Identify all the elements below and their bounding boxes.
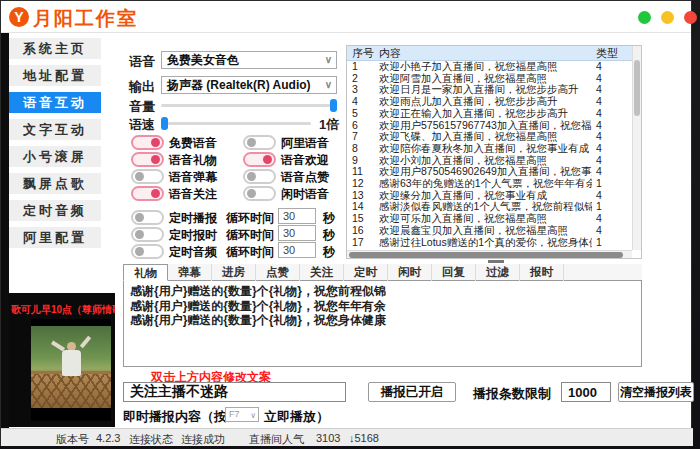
tab-filter[interactable]: 过滤 xyxy=(476,264,520,281)
app-window: Y 月阳工作室 系统主页 地址配置 语音互动 文字互动 小号滚屏 飘屏点歌 定时… xyxy=(0,0,692,446)
toggle-voice-like-label: 语音点赞 xyxy=(281,169,329,186)
follow-text-input[interactable] xyxy=(123,382,346,402)
seconds-unit: 秒 xyxy=(323,227,335,244)
template-editor[interactable]: 感谢{用户}赠送的{数量}个{礼物}，祝您前程似锦 感谢{用户}赠送的{数量}个… xyxy=(123,281,642,367)
table-row[interactable]: 14感谢淡似春风赠送的1个人气票，祝您前程似锦1 xyxy=(347,201,632,213)
limit-input[interactable] xyxy=(561,382,611,402)
volume-slider[interactable] xyxy=(161,104,337,107)
sidebar-item-float-song[interactable]: 飘屏点歌 xyxy=(9,173,101,194)
table-row[interactable]: 12感谢63年的兔赠送的1个人气票，祝您年年有余1 xyxy=(347,178,632,190)
title-bar: Y 月阳工作室 xyxy=(1,1,691,33)
volume-slider-thumb[interactable] xyxy=(330,99,337,112)
cycle-time-input-3[interactable] xyxy=(278,242,316,258)
output-select[interactable]: 扬声器 (Realtek(R) Audio) ∨ xyxy=(161,76,337,94)
broadcast-start-button[interactable]: 播报已开启 xyxy=(368,382,456,402)
sidebar-item-alt-account-scroll[interactable]: 小号滚屏 xyxy=(9,146,101,167)
chevron-down-icon: ∨ xyxy=(325,77,332,93)
video-scene xyxy=(31,326,111,408)
tab-follow[interactable]: 关注 xyxy=(300,264,344,281)
toggle-ali-voice[interactable] xyxy=(243,135,276,150)
toggle-free-voice-label: 免费语音 xyxy=(169,135,217,152)
scrollbar-thumb[interactable] xyxy=(634,60,640,116)
hotkey-select[interactable]: F7 ∨ xyxy=(225,407,259,422)
table-row[interactable]: 7欢迎飞碟、加入直播间，祝您福星高照4 xyxy=(347,131,632,143)
minimize-button[interactable] xyxy=(638,11,651,24)
toggle-timed-audio[interactable] xyxy=(131,244,164,259)
toggle-voice-like[interactable] xyxy=(243,169,276,184)
close-button[interactable] xyxy=(684,11,697,24)
table-row[interactable]: 17感谢过往Lotus赠送的1个真的爱你，祝您身体健康1 xyxy=(347,237,632,249)
toggle-voice-welcome[interactable] xyxy=(243,152,276,167)
volume-label: 音量 xyxy=(129,98,155,116)
toggle-voice-danmaku[interactable] xyxy=(131,169,164,184)
cycle-time-label: 循环时间 xyxy=(226,227,274,244)
tab-danmaku[interactable]: 弹幕 xyxy=(168,264,212,281)
header-type: 类型 xyxy=(592,46,632,60)
toggle-voice-follow[interactable] xyxy=(131,186,164,201)
instant-broadcast-suffix: 立即播放） xyxy=(264,408,329,426)
splitter-handle[interactable] xyxy=(488,260,504,263)
table-row[interactable]: 16欢迎晨鑫宝贝加入直播间，祝您福星高照4 xyxy=(347,225,632,237)
desktop-background: Y 月阳工作室 系统主页 地址配置 语音互动 文字互动 小号滚屏 飘屏点歌 定时… xyxy=(0,0,700,449)
output-select-value: 扬声器 (Realtek(R) Audio) xyxy=(167,78,311,92)
table-row[interactable]: 9欢迎小刘加入直播间，祝您福星高照4 xyxy=(347,155,632,167)
toggle-free-voice[interactable] xyxy=(131,135,164,150)
tab-timed[interactable]: 定时 xyxy=(344,264,388,281)
speed-slider[interactable] xyxy=(161,122,311,125)
app-title: 月阳工作室 xyxy=(33,6,138,32)
table-row[interactable]: 13欢迎缘分加入直播间，祝您事业有成4 xyxy=(347,190,632,202)
table-row[interactable]: 15欢迎可乐加入直播间，祝您福星高照4 xyxy=(347,213,632,225)
chevron-down-icon: ∨ xyxy=(250,409,256,422)
voice-select-value: 免费美女音色 xyxy=(167,53,239,67)
cycle-time-input-2[interactable] xyxy=(278,225,316,241)
speed-slider-thumb[interactable] xyxy=(161,117,168,130)
table-row[interactable]: 8欢迎陪你春夏秋冬加入直播间，祝您事业有成4 xyxy=(347,143,632,155)
live-preview-area: 歌可儿早10点（尊师情歌小 xyxy=(9,293,115,427)
scrollbar-thumb[interactable] xyxy=(349,252,623,258)
voice-select[interactable]: 免费美女音色 ∨ xyxy=(161,51,337,69)
tab-like[interactable]: 点赞 xyxy=(256,264,300,281)
sidebar-item-system-home[interactable]: 系统主页 xyxy=(9,38,101,59)
voice-label: 语音 xyxy=(129,53,155,71)
toggle-voice-gift[interactable] xyxy=(131,152,164,167)
toggle-voice-follow-label: 语音关注 xyxy=(169,186,217,203)
sidebar-item-ali-config[interactable]: 阿里配置 xyxy=(9,227,101,248)
table-row[interactable]: 5欢迎正在输入加入直播间，祝您步步高升4 xyxy=(347,108,632,120)
cycle-time-input-1[interactable] xyxy=(278,208,316,224)
video-thumbnail[interactable] xyxy=(31,319,111,421)
status-bar: 版本号 4.2.3 连接状态 连接成功 直播间人气 3103 ↓5168 xyxy=(1,428,693,446)
toggle-voice-welcome-label: 语音欢迎 xyxy=(281,152,329,169)
toggle-idle-voice[interactable] xyxy=(243,186,276,201)
restore-button[interactable] xyxy=(661,11,674,24)
horizontal-scrollbar[interactable] xyxy=(347,250,632,258)
person-graphic xyxy=(80,336,91,349)
tab-reply[interactable]: 回复 xyxy=(432,264,476,281)
table-row[interactable]: 11欢迎用户8750546902649加入直播间，祝您事业有成4 xyxy=(347,166,632,178)
sidebar-item-text-interaction[interactable]: 文字互动 xyxy=(9,119,101,140)
toggle-timed-broadcast-label: 定时播报 xyxy=(169,210,217,227)
toggle-timed-chime[interactable] xyxy=(131,227,164,242)
table-row[interactable]: 6欢迎用户5756157967743加入直播间，祝您福星高照4 xyxy=(347,120,632,132)
table-row[interactable]: 3欢迎日月是一家加入直播间，祝您步步高升4 xyxy=(347,84,632,96)
sidebar-item-timed-audio[interactable]: 定时音频 xyxy=(9,200,101,221)
toggle-timed-chime-label: 定时报时 xyxy=(169,227,217,244)
table-row[interactable]: 1欢迎小艳子加入直播间，祝您福星高照4 xyxy=(347,61,632,73)
table-row[interactable]: 2欢迎阿雪加入直播间，祝您福星高照4 xyxy=(347,73,632,85)
table-header: 序号 内容 类型 xyxy=(347,46,632,61)
toggle-timed-broadcast[interactable] xyxy=(131,210,164,225)
tab-idle[interactable]: 闲时 xyxy=(388,264,432,281)
clear-list-button[interactable]: 清空播报列表 xyxy=(618,382,694,402)
cycle-time-label: 循环时间 xyxy=(226,210,274,227)
header-content: 内容 xyxy=(377,46,592,60)
sidebar-item-voice-interaction[interactable]: 语音互动 xyxy=(9,92,101,113)
vertical-scrollbar[interactable] xyxy=(632,46,641,250)
person-graphic xyxy=(62,350,81,376)
tab-enter-room[interactable]: 进房 xyxy=(212,264,256,281)
broadcast-table: 序号 内容 类型 1欢迎小艳子加入直播间，祝您福星高照4 2欢迎阿雪加入直播间，… xyxy=(346,45,642,259)
template-line: 感谢{用户}赠送的{数量}个{礼物}，祝您前程似锦 xyxy=(130,284,635,299)
tab-time-report[interactable]: 报时 xyxy=(520,264,564,281)
app-logo-icon: Y xyxy=(9,7,29,27)
tab-gift[interactable]: 礼物 xyxy=(123,264,168,281)
table-row[interactable]: 4欢迎雨点儿加入直播间，祝您步步高升4 xyxy=(347,96,632,108)
sidebar-item-address-config[interactable]: 地址配置 xyxy=(9,65,101,86)
